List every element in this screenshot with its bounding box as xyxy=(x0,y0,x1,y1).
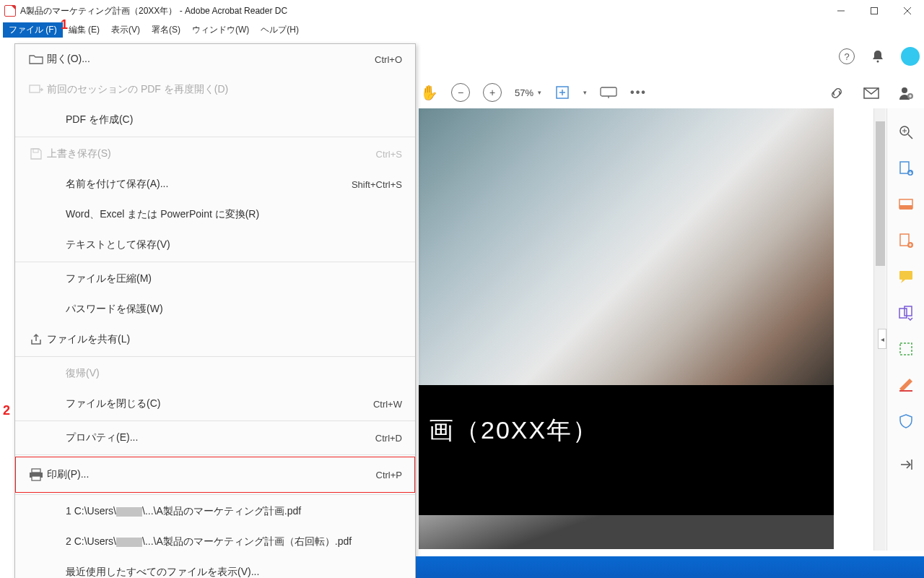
organize-tool[interactable] xyxy=(898,341,914,357)
account-avatar[interactable] xyxy=(901,47,920,66)
windows-taskbar[interactable] xyxy=(416,556,924,578)
more-tools-side[interactable] xyxy=(898,457,914,473)
magnifier-plus-icon xyxy=(898,124,914,140)
menu-save-as[interactable]: 名前を付けて保存(A)... Shift+Ctrl+S xyxy=(15,169,415,199)
envelope-icon xyxy=(863,87,879,99)
comment-tool[interactable] xyxy=(898,269,914,285)
fit-icon xyxy=(554,85,570,100)
chevron-down-icon-2[interactable]: ▾ xyxy=(583,89,587,96)
svg-rect-29 xyxy=(33,149,38,152)
zoom-in-button[interactable]: + xyxy=(483,83,502,102)
svg-rect-30 xyxy=(32,469,40,473)
menu-open[interactable]: 開く(O)... Ctrl+O xyxy=(15,44,415,74)
person-plus-icon xyxy=(898,85,914,101)
menu-sign[interactable]: 署名(S) xyxy=(146,22,186,38)
svg-rect-21 xyxy=(899,271,912,280)
app-icon xyxy=(4,5,16,17)
menubar: ファイル (F) 編集 (E) 表示(V) 署名(S) ウィンドウ(W) ヘルプ… xyxy=(0,22,924,38)
reopen-icon xyxy=(25,84,47,95)
svg-rect-1 xyxy=(871,8,878,14)
document-image xyxy=(419,108,834,385)
more-tools-button[interactable]: ••• xyxy=(630,86,647,99)
svg-rect-6 xyxy=(601,87,616,96)
redact-icon xyxy=(898,377,914,393)
menu-share[interactable]: ファイルを共有(L) xyxy=(15,324,415,355)
comment-icon xyxy=(898,269,914,285)
menu-print[interactable]: 印刷(P)... Ctrl+P xyxy=(15,457,415,493)
chevron-down-icon: ▾ xyxy=(538,89,541,96)
redact-tool[interactable] xyxy=(898,377,914,393)
minimize-button[interactable] xyxy=(824,0,858,22)
menu-edit[interactable]: 編集 (E) xyxy=(63,22,105,38)
printer-icon xyxy=(25,468,47,481)
menu-separator xyxy=(15,356,415,357)
menu-separator xyxy=(15,454,415,455)
share-icon xyxy=(25,333,47,346)
menu-password-protect[interactable]: パスワードを保護(W) xyxy=(15,294,415,324)
top-right-controls: ? xyxy=(839,47,920,66)
menu-convert[interactable]: Word、Excel または PowerPoint に変換(R) xyxy=(15,199,415,230)
document-view[interactable]: 画（20XX年） xyxy=(419,108,834,549)
save-icon xyxy=(25,147,47,160)
email-button[interactable] xyxy=(863,87,879,99)
window-controls xyxy=(824,0,924,22)
collapse-right-pane[interactable]: ◂ xyxy=(878,329,886,349)
zoom-level[interactable]: 57% ▾ xyxy=(515,87,541,98)
hand-tool[interactable]: ✋ xyxy=(420,84,438,101)
export-pdf-tool[interactable] xyxy=(898,160,914,176)
help-button[interactable]: ? xyxy=(839,48,855,64)
zoom-out-button[interactable]: − xyxy=(451,83,470,102)
svg-rect-23 xyxy=(905,306,912,316)
svg-line-12 xyxy=(908,134,912,139)
minimize-icon xyxy=(837,7,845,15)
create-pdf-tool[interactable] xyxy=(898,233,914,249)
create-icon xyxy=(898,233,914,249)
menu-show-all-recent[interactable]: 最近使用したすべてのファイルを表示(V)... xyxy=(15,557,415,578)
redacted-username xyxy=(116,538,142,547)
notifications-button[interactable] xyxy=(869,48,886,65)
svg-point-4 xyxy=(877,61,879,63)
menu-properties[interactable]: プロパティ(E)... Ctrl+D xyxy=(15,423,415,453)
folder-open-icon xyxy=(25,53,47,65)
svg-rect-18 xyxy=(899,205,912,210)
menu-close-file[interactable]: ファイルを閉じる(C) Ctrl+W xyxy=(15,389,415,419)
fit-page-button[interactable] xyxy=(554,85,570,100)
svg-rect-15 xyxy=(900,162,909,173)
search-tool[interactable] xyxy=(898,124,914,140)
link-icon xyxy=(829,85,845,101)
arrow-right-icon xyxy=(898,457,914,473)
svg-point-9 xyxy=(902,87,907,93)
redacted-username xyxy=(116,507,142,517)
titlebar: A製品のマーケティング計画（20XX年） - Adobe Acrobat Rea… xyxy=(0,0,924,22)
edit-page-icon xyxy=(898,197,914,212)
svg-rect-24 xyxy=(900,343,912,355)
link-button[interactable] xyxy=(829,85,845,101)
keyboard-button[interactable] xyxy=(600,87,617,98)
menu-separator xyxy=(15,137,415,137)
menu-save-as-text[interactable]: テキストとして保存(V) xyxy=(15,230,415,260)
menu-window[interactable]: ウィンドウ(W) xyxy=(186,22,255,38)
svg-rect-32 xyxy=(32,476,40,480)
menu-view[interactable]: 表示(V) xyxy=(105,22,146,38)
menu-help[interactable]: ヘルプ(H) xyxy=(255,22,305,38)
menu-recent-2[interactable]: 2 C:\Users\\...\A製品のマーケティング計画（右回転）.pdf xyxy=(15,527,415,557)
menu-recent-1[interactable]: 1 C:\Users\\...\A製品のマーケティング計画.pdf xyxy=(15,496,415,527)
svg-rect-28 xyxy=(30,85,40,92)
menu-create-pdf[interactable]: PDF を作成(C) xyxy=(15,105,415,135)
combine-icon xyxy=(898,305,914,321)
menu-separator xyxy=(15,420,415,421)
menu-file[interactable]: ファイル (F) xyxy=(3,22,63,38)
right-top-tools xyxy=(829,85,914,101)
scrollbar-thumb[interactable] xyxy=(876,121,885,266)
combine-tool[interactable] xyxy=(898,305,914,321)
edit-pdf-tool[interactable] xyxy=(898,197,914,212)
maximize-button[interactable] xyxy=(858,0,891,22)
close-button[interactable] xyxy=(891,0,924,22)
menu-compress[interactable]: ファイルを圧縮(M) xyxy=(15,264,415,294)
menu-separator xyxy=(15,494,415,495)
menu-save: 上書き保存(S) Ctrl+S xyxy=(15,139,415,169)
maximize-icon xyxy=(870,7,879,15)
add-person-button[interactable] xyxy=(898,85,914,101)
window-title: A製品のマーケティング計画（20XX年） - Adobe Acrobat Rea… xyxy=(20,5,287,17)
protect-tool[interactable] xyxy=(898,413,914,429)
